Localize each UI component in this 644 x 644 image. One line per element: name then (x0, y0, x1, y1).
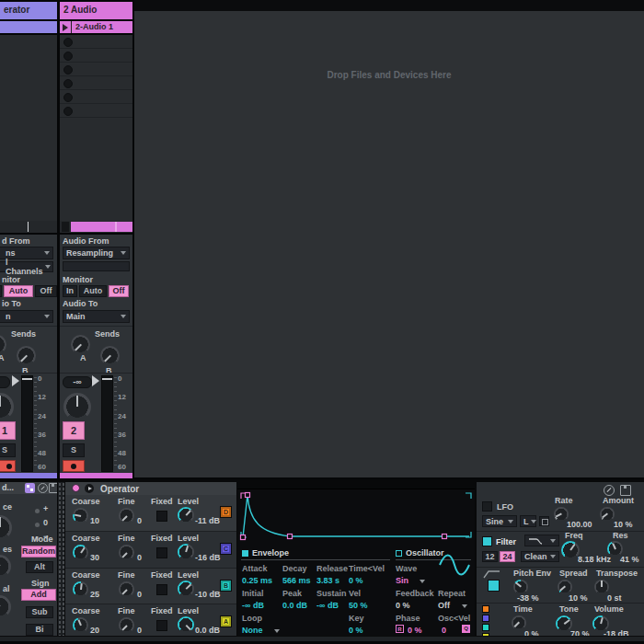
osc-d-selector[interactable]: D (220, 506, 232, 518)
transpose-value[interactable]: 0 st (607, 593, 622, 603)
sign-add-button[interactable]: Add (21, 589, 56, 601)
tab-envelope[interactable]: Envelope (252, 548, 289, 558)
osc-d-fixed-toggle[interactable] (156, 511, 167, 522)
pitch-env-value[interactable]: -38 % (517, 593, 539, 603)
track-1-output-select[interactable]: n (0, 310, 53, 323)
sustain-value[interactable]: -∞ dB (316, 601, 339, 610)
osc-c-coarse-knob[interactable] (73, 545, 88, 560)
osc-d-level-knob[interactable] (178, 507, 194, 523)
track-1-send-b-knob[interactable] (17, 346, 36, 365)
device-fold-button[interactable] (85, 484, 94, 493)
osc-a-fixed-toggle[interactable] (156, 620, 167, 631)
osc-d-level-value[interactable]: -11 dB (195, 516, 220, 525)
clip-stop-icon[interactable] (63, 107, 73, 116)
filter-freq-value[interactable]: 8.18 kHz (578, 555, 611, 564)
time-knob[interactable] (512, 615, 526, 630)
osc-b-fine-knob[interactable] (119, 581, 134, 597)
map-icon[interactable] (25, 483, 35, 493)
random-scale-knob[interactable] (0, 595, 11, 618)
transpose-knob[interactable] (594, 580, 609, 594)
track-2-send-b-knob[interactable] (100, 346, 120, 365)
decay-value[interactable]: 566 ms (282, 576, 311, 585)
lfo-wave-select[interactable]: Sine (482, 515, 517, 527)
lfo-rate-value[interactable]: 100.00 (567, 520, 592, 529)
lfo-amount-knob[interactable] (600, 507, 615, 522)
track-1-activator-button[interactable]: 1 (0, 421, 16, 440)
osc-a-fine-knob[interactable] (119, 617, 134, 633)
filter-slope-24-button[interactable]: 24 (500, 551, 515, 562)
track-1-fader-handle[interactable] (12, 375, 19, 386)
clip-stop-icon[interactable] (63, 52, 73, 61)
track-1-send-a-knob[interactable] (0, 335, 6, 354)
wave-value[interactable]: Sin (396, 576, 408, 585)
device-activator-icon[interactable] (72, 484, 80, 492)
track-1-monitor-auto-button[interactable]: Auto (4, 285, 33, 297)
save-preset-icon[interactable] (620, 485, 631, 496)
lfo-amount-value[interactable]: 10 % (614, 520, 633, 529)
osc-b-fine-value[interactable]: 0 (137, 590, 142, 599)
mode-random-button[interactable]: Random (21, 546, 56, 558)
filter-toggle[interactable] (482, 536, 492, 546)
peak-value[interactable]: 0.0 dB (282, 601, 307, 610)
track-1-meter[interactable] (21, 375, 33, 472)
clip-stop-icon[interactable] (63, 38, 73, 47)
osc-c-fixed-toggle[interactable] (156, 547, 167, 558)
track-2-arm-button[interactable] (63, 460, 85, 472)
osc-b-level-knob[interactable] (178, 581, 194, 597)
clip-slot[interactable] (60, 104, 132, 118)
clip-stop-icon[interactable] (63, 93, 73, 102)
spread-knob[interactable] (558, 580, 572, 594)
track-2-monitor-in-button[interactable]: In (63, 285, 77, 297)
oscvel-value[interactable]: 0 (442, 626, 446, 635)
osc-d-coarse-knob[interactable] (73, 508, 88, 523)
track-1-header[interactable]: erator (0, 2, 57, 19)
clip-stop-icon[interactable] (63, 65, 73, 75)
random-title-bar[interactable]: d... (0, 482, 57, 494)
track-1-monitor-off-button[interactable]: Off (35, 285, 57, 297)
track-1-monitor-in-button[interactable]: In (0, 285, 2, 297)
osc-b-level-value[interactable]: -10 dB (195, 590, 221, 599)
clip-slot[interactable] (60, 90, 132, 104)
osc-a-coarse-knob[interactable] (73, 617, 88, 633)
osc-b-coarse-value[interactable]: 25 (90, 590, 99, 599)
clip-name[interactable]: 2-Audio 1 (72, 21, 132, 33)
clip-stop-icon[interactable] (63, 79, 73, 88)
loop-value[interactable]: None (242, 626, 263, 635)
filter-type-select[interactable] (524, 535, 559, 546)
timevel-value[interactable]: 0 % (349, 576, 363, 585)
sign-bi-button[interactable]: Bi (26, 624, 53, 636)
hot-swap-icon[interactable] (604, 485, 615, 496)
track-2-channel-select[interactable] (63, 261, 130, 271)
quantize-button[interactable]: Q (462, 625, 470, 633)
chevron-down-icon[interactable] (274, 629, 280, 633)
osc-b-fixed-toggle[interactable] (156, 584, 167, 595)
osc-a-selector[interactable]: A (220, 615, 232, 627)
sign-sub-button[interactable]: Sub (26, 606, 53, 618)
osc-b-selector[interactable]: B (220, 580, 232, 592)
osc-c-coarse-value[interactable]: 30 (90, 553, 99, 562)
clip-slot[interactable] (60, 76, 132, 90)
osc-d-fine-knob[interactable] (119, 508, 134, 523)
track-2-input-select[interactable]: Resampling (63, 247, 130, 259)
track-1-arm-button[interactable] (0, 460, 16, 472)
filter-circuit-select[interactable]: Clean (521, 551, 559, 562)
pitch-env-knob[interactable] (513, 580, 528, 594)
osc-a-coarse-value[interactable]: 20 (90, 626, 99, 635)
osc-c-level-value[interactable]: -16 dB (195, 553, 221, 562)
random-choices-knob[interactable] (0, 555, 11, 578)
track-2-solo-button[interactable]: S (63, 443, 85, 457)
track-1-solo-button[interactable]: S (0, 443, 16, 457)
key-value[interactable]: 0 % (349, 626, 363, 635)
track-2-pan-knob[interactable] (63, 393, 91, 420)
lfo-retrigger-button[interactable] (539, 516, 549, 526)
track-1-volume-display[interactable]: -∞ (0, 376, 10, 388)
chevron-down-icon[interactable] (420, 580, 425, 583)
lfo-range-select[interactable]: L (520, 515, 536, 527)
track-2-output-select[interactable]: Main (63, 310, 130, 323)
clip-slot[interactable] (60, 63, 132, 76)
repeat-value[interactable]: Off (438, 601, 450, 610)
envelope-graph[interactable] (237, 489, 475, 543)
phase-value[interactable]: 0 % (408, 626, 422, 635)
track-2-fader-handle[interactable] (92, 375, 99, 386)
osc-b-coarse-knob[interactable] (73, 581, 88, 597)
